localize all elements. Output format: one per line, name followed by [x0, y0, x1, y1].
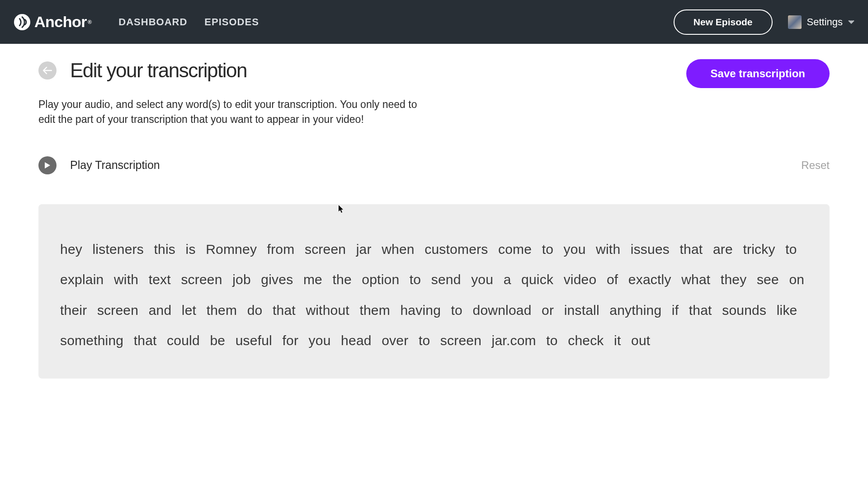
new-episode-button[interactable]: New Episode [674, 9, 773, 35]
save-transcription-button[interactable]: Save transcription [686, 59, 830, 88]
top-nav-left: Anchor ® DASHBOARD EPISODES [14, 13, 259, 31]
transcription-box[interactable]: hey listeners this is Romney from screen… [38, 204, 830, 379]
settings-menu[interactable]: Settings [788, 15, 855, 29]
play-controls-row: Play Transcription Reset [38, 156, 830, 174]
settings-label: Settings [807, 16, 843, 28]
transcription-text[interactable]: hey listeners this is Romney from screen… [60, 234, 808, 356]
reset-link[interactable]: Reset [801, 159, 830, 172]
back-button[interactable] [38, 61, 57, 80]
arrow-left-icon [43, 67, 52, 74]
play-controls-left: Play Transcription [38, 156, 160, 174]
chevron-down-icon [848, 19, 854, 25]
nav-episodes[interactable]: EPISODES [204, 16, 259, 28]
main-nav: DASHBOARD EPISODES [118, 16, 259, 28]
page-title: Edit your transcription [70, 59, 247, 82]
anchor-logo-icon [14, 14, 31, 31]
page-content: Edit your transcription Save transcripti… [0, 44, 868, 379]
brand-logo[interactable]: Anchor ® [14, 13, 91, 31]
brand-name: Anchor [34, 13, 87, 31]
nav-dashboard[interactable]: DASHBOARD [118, 16, 187, 28]
page-header-left: Edit your transcription [38, 59, 247, 82]
top-nav-right: New Episode Settings [674, 9, 854, 35]
play-icon [44, 162, 51, 169]
page-subtitle: Play your audio, and select any word(s) … [38, 97, 432, 127]
top-nav: Anchor ® DASHBOARD EPISODES New Episode … [0, 0, 868, 44]
page-header-row: Edit your transcription Save transcripti… [38, 59, 830, 88]
play-button[interactable] [38, 156, 57, 174]
play-label: Play Transcription [70, 159, 160, 172]
avatar [788, 15, 802, 29]
registered-mark: ® [88, 19, 91, 25]
